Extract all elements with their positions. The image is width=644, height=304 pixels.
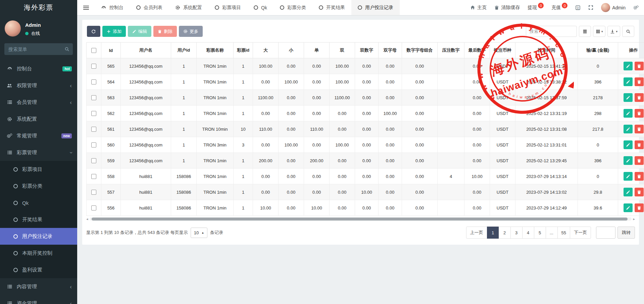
row-checkbox[interactable] xyxy=(91,127,96,132)
recharge-link[interactable]: 充值 0 xyxy=(551,5,567,11)
page-button-下一页[interactable]: 下一页 xyxy=(570,227,591,239)
row-delete-button[interactable] xyxy=(635,140,644,149)
sidebar-item-funds[interactable]: 资金管理‹ xyxy=(0,295,77,304)
row-edit-button[interactable] xyxy=(624,109,633,118)
sidebar-subitem-current-draw-control[interactable]: 本期开奖控制 xyxy=(0,245,77,261)
home-link[interactable]: 主页 xyxy=(470,5,487,11)
row-checkbox[interactable] xyxy=(91,95,96,100)
row-delete-button[interactable] xyxy=(635,93,644,102)
detail-view-button[interactable] xyxy=(579,26,591,37)
row-edit-button[interactable] xyxy=(624,172,633,181)
page-button-3[interactable]: 3 xyxy=(510,227,523,239)
row-delete-button[interactable] xyxy=(635,109,644,118)
sidebar-item-dashboard[interactable]: 控制台hot xyxy=(0,60,77,77)
select-all-checkbox[interactable] xyxy=(91,48,96,53)
tab-system-config[interactable]: 系统配置 xyxy=(169,0,208,15)
row-edit-button[interactable] xyxy=(624,203,633,212)
sidebar-item-lottery[interactable]: 彩票管理‹ xyxy=(0,144,77,161)
withdraw-link[interactable]: 提现 0 xyxy=(528,5,544,11)
scroll-right-icon[interactable]: ▸ xyxy=(633,217,635,221)
jump-button[interactable]: 跳转 xyxy=(617,227,635,239)
page-button-上一页[interactable]: 上一页 xyxy=(466,227,487,239)
row-edit-button[interactable] xyxy=(624,140,633,149)
cell-number-letter-combo: 0.00 xyxy=(402,90,438,106)
page-button-1[interactable]: 1 xyxy=(487,227,499,239)
cell-user-id: 1 xyxy=(171,121,197,137)
sidebar-item-content[interactable]: 内容管理‹ xyxy=(0,278,77,295)
row-checkbox[interactable] xyxy=(91,142,96,147)
columns-button[interactable]: ▾ xyxy=(593,26,606,37)
edit-button[interactable]: 编辑 xyxy=(128,26,151,37)
row-delete-button[interactable] xyxy=(635,125,644,133)
row-edit-button[interactable] xyxy=(624,62,633,70)
menu-toggle-icon[interactable] xyxy=(77,0,95,15)
row-checkbox[interactable] xyxy=(91,111,96,116)
page-button-2[interactable]: 2 xyxy=(499,227,511,239)
admin-menu[interactable]: Admin xyxy=(601,3,626,12)
row-checkbox[interactable] xyxy=(91,158,96,163)
page-button-4[interactable]: 4 xyxy=(522,227,534,239)
row-edit-button[interactable] xyxy=(624,77,633,86)
more-button[interactable]: 更多 xyxy=(179,26,203,37)
sidebar-subitem-profit-settings[interactable]: 盈利设置 xyxy=(0,261,77,278)
page-button-55[interactable]: 55 xyxy=(557,227,570,239)
export-button[interactable]: ▾ xyxy=(607,26,620,37)
language-button[interactable]: 文 xyxy=(575,5,581,10)
row-delete-button[interactable] xyxy=(635,77,644,86)
row-edit-button[interactable] xyxy=(624,93,633,102)
per-page-select[interactable]: 10 ▲ xyxy=(191,228,207,238)
page-button-...[interactable]: ... xyxy=(546,227,558,239)
row-checkbox[interactable] xyxy=(91,190,96,195)
refresh-button[interactable] xyxy=(87,26,100,37)
jump-page-input[interactable] xyxy=(596,227,615,239)
row-edit-button[interactable] xyxy=(624,156,633,165)
table-row: 557hui881158086TRON 1min10.000.000.000.0… xyxy=(87,184,644,200)
cell-username: hui881 xyxy=(121,184,171,200)
cell-double-number: 0.00 xyxy=(355,153,379,169)
sidebar-item-general[interactable]: 常规管理new xyxy=(0,127,77,144)
row-delete-button[interactable] xyxy=(635,156,644,165)
search-toggle-button[interactable] xyxy=(622,26,634,37)
row-delete-button[interactable] xyxy=(635,62,644,70)
tab-member-list[interactable]: 会员列表 xyxy=(130,0,169,15)
cell-win-loss: 0 xyxy=(578,58,618,74)
row-edit-button[interactable] xyxy=(624,188,633,196)
sidebar-item-system-config[interactable]: 系统配置 xyxy=(0,111,77,127)
sidebar-subitem-lottery-projects[interactable]: 彩票项目 xyxy=(0,161,77,178)
row-edit-button[interactable] xyxy=(624,125,633,133)
settings-button[interactable] xyxy=(633,5,639,10)
row-checkbox[interactable] xyxy=(91,64,96,69)
column-header-actions: 操作 xyxy=(618,43,644,58)
tab-user-bet-records[interactable]: 用户投注记录 xyxy=(351,0,400,15)
sidebar-subitem-draw-results[interactable]: 开奖结果 xyxy=(0,211,77,228)
row-checkbox[interactable] xyxy=(91,79,96,84)
table-row: 563123456@qq.com1TRON 1min11100.000.000.… xyxy=(87,90,644,106)
sidebar-subitem-user-bet-records[interactable]: 用户投注记录 xyxy=(0,228,77,245)
row-delete-button[interactable] xyxy=(635,188,644,196)
row-delete-button[interactable] xyxy=(635,203,644,212)
avatar[interactable] xyxy=(5,20,21,37)
tab-lottery-categories[interactable]: 彩票分类 xyxy=(274,0,312,15)
tab-draw-results[interactable]: 开奖结果 xyxy=(312,0,351,15)
fullscreen-button[interactable] xyxy=(588,5,593,10)
clear-cache-button[interactable]: 清除缓存 xyxy=(494,5,520,11)
row-checkbox[interactable] xyxy=(91,205,96,210)
sidebar-search-input[interactable] xyxy=(4,43,73,55)
table-search-input[interactable] xyxy=(526,26,577,37)
tab-qk[interactable]: Qk xyxy=(247,0,274,15)
tab-lottery-projects[interactable]: 彩票项目 xyxy=(208,0,247,15)
row-checkbox[interactable] xyxy=(91,174,96,179)
sidebar-subitem-qk[interactable]: Qk xyxy=(0,194,77,211)
cell-small: 0.00 xyxy=(279,200,304,216)
row-delete-button[interactable] xyxy=(635,172,644,181)
scroll-left-icon[interactable]: ◂ xyxy=(86,217,88,221)
page-button-5[interactable]: 5 xyxy=(534,227,546,239)
sidebar-item-members[interactable]: 会员管理‹ xyxy=(0,94,77,111)
sidebar-subitem-lottery-categories[interactable]: 彩票分类 xyxy=(0,178,77,194)
sidebar-item-permissions[interactable]: 权限管理‹ xyxy=(0,77,77,94)
add-button[interactable]: 添加 xyxy=(102,26,126,37)
tab-dashboard[interactable]: 控制台 xyxy=(95,0,130,15)
scrollbar-thumb[interactable] xyxy=(92,218,628,221)
delete-button[interactable]: 删除 xyxy=(153,26,177,37)
home-icon xyxy=(470,5,475,10)
